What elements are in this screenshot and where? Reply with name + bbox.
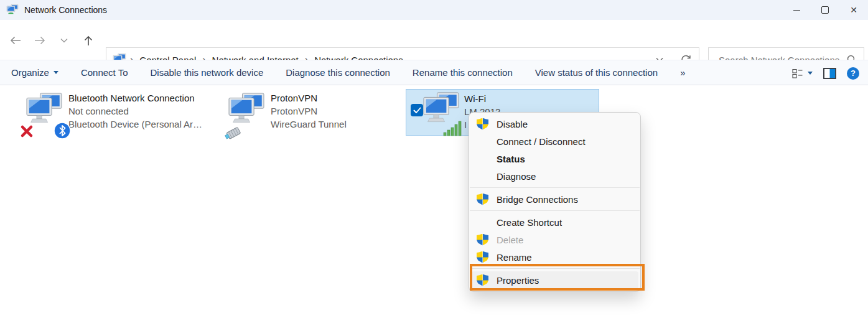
menu-item-label: Status bbox=[497, 154, 525, 164]
menu-item-label: Create Shortcut bbox=[497, 217, 562, 228]
preview-pane-button[interactable] bbox=[823, 68, 836, 79]
minimize-icon bbox=[793, 10, 800, 11]
recent-pages-button[interactable] bbox=[55, 34, 73, 47]
check-icon bbox=[413, 107, 421, 114]
menu-item-create-shortcut[interactable]: Create Shortcut bbox=[469, 213, 640, 231]
menu-separator bbox=[470, 210, 640, 211]
menu-item-rename[interactable]: Rename bbox=[469, 248, 640, 266]
menu-item-status[interactable]: Status bbox=[469, 150, 640, 167]
selected-checkbox[interactable] bbox=[411, 104, 423, 116]
address-row: › Control Panel › Network and Internet ›… bbox=[0, 20, 868, 60]
menu-item-diagnose[interactable]: Diagnose bbox=[469, 167, 640, 185]
disable-device-label: Disable this network device bbox=[150, 67, 263, 78]
ethernet-plug-icon bbox=[223, 124, 245, 141]
diagnose-connection-label: Diagnose this connection bbox=[286, 67, 390, 78]
view-status-label: View status of this connection bbox=[535, 67, 658, 78]
menu-item-label: Bridge Connections bbox=[497, 194, 578, 205]
signal-strength-icon bbox=[443, 120, 463, 136]
close-icon: ✕ bbox=[850, 5, 857, 15]
list-view-icon bbox=[792, 68, 803, 78]
menu-item-delete: Delete bbox=[469, 231, 640, 248]
network-adapter-icon bbox=[25, 93, 63, 136]
chevron-down-icon bbox=[808, 72, 813, 75]
uac-shield-icon bbox=[477, 118, 488, 130]
arrow-up-icon bbox=[83, 35, 94, 47]
forward-button[interactable] bbox=[30, 34, 49, 47]
menu-item-label: Disable bbox=[497, 119, 528, 129]
disable-device-button[interactable]: Disable this network device bbox=[150, 67, 263, 78]
bluetooth-icon bbox=[54, 122, 71, 139]
diagnose-connection-button[interactable]: Diagnose this connection bbox=[286, 67, 390, 78]
connection-status: Not connected bbox=[68, 105, 202, 118]
maximize-button[interactable] bbox=[811, 0, 839, 20]
organize-label: Organize bbox=[11, 67, 49, 78]
connection-name: Bluetooth Network Connection bbox=[68, 91, 202, 105]
connection-name: ProtonVPN bbox=[271, 91, 347, 105]
menu-separator bbox=[470, 268, 640, 269]
connection-name: Wi-Fi bbox=[464, 92, 500, 105]
connection-device: Bluetooth Device (Personal Ar… bbox=[68, 118, 202, 131]
menu-item-label: Connect / Disconnect bbox=[497, 136, 586, 147]
chevron-down-icon bbox=[60, 37, 68, 44]
connection-item-bluetooth[interactable]: Bluetooth Network Connection Not connect… bbox=[6, 89, 215, 136]
menu-item-properties[interactable]: Properties bbox=[471, 271, 638, 289]
change-view-button[interactable] bbox=[792, 68, 813, 78]
menu-item-disable[interactable]: Disable bbox=[469, 115, 640, 133]
rename-connection-button[interactable]: Rename this connection bbox=[413, 67, 513, 78]
title-bar: Network Connections ✕ bbox=[0, 0, 868, 20]
up-button[interactable] bbox=[79, 34, 98, 47]
network-adapter-icon bbox=[422, 92, 460, 135]
maximize-icon bbox=[821, 6, 829, 14]
connection-status: ProtonVPN bbox=[271, 105, 347, 118]
menu-separator bbox=[470, 187, 640, 188]
command-bar: Organize Connect To Disable this network… bbox=[0, 60, 868, 85]
connection-device: WireGuard Tunnel bbox=[271, 118, 347, 131]
menu-item-label: Properties bbox=[497, 275, 539, 286]
menu-item-label: Delete bbox=[497, 235, 523, 245]
arrow-left-icon bbox=[9, 35, 22, 46]
rename-connection-label: Rename this connection bbox=[413, 67, 513, 78]
organize-button[interactable]: Organize bbox=[11, 67, 58, 78]
not-connected-x-icon bbox=[20, 124, 34, 138]
menu-item-label: Diagnose bbox=[497, 171, 536, 182]
toolbar-overflow-button[interactable]: » bbox=[680, 67, 685, 78]
connect-to-button[interactable]: Connect To bbox=[81, 67, 128, 78]
network-connections-icon bbox=[6, 4, 19, 16]
back-button[interactable] bbox=[6, 34, 25, 47]
chevron-down-icon bbox=[54, 71, 58, 74]
menu-item-connect-disconnect[interactable]: Connect / Disconnect bbox=[469, 133, 640, 150]
minimize-button[interactable] bbox=[782, 0, 811, 20]
close-button[interactable]: ✕ bbox=[839, 0, 868, 20]
window-title: Network Connections bbox=[24, 5, 107, 15]
uac-shield-icon bbox=[477, 274, 488, 286]
context-menu: Disable Connect / Disconnect Status Diag… bbox=[469, 112, 641, 292]
network-adapter-icon bbox=[227, 93, 266, 136]
arrow-right-icon bbox=[34, 35, 46, 46]
connection-item-protonvpn[interactable]: ProtonVPN ProtonVPN WireGuard Tunnel bbox=[224, 89, 398, 136]
help-button[interactable]: ? bbox=[847, 67, 859, 80]
uac-shield-icon bbox=[477, 194, 488, 205]
menu-item-label: Rename bbox=[497, 252, 532, 263]
uac-shield-icon bbox=[477, 234, 488, 246]
connect-to-label: Connect To bbox=[81, 67, 128, 78]
preview-pane-icon bbox=[823, 68, 836, 79]
menu-item-bridge-connections[interactable]: Bridge Connections bbox=[469, 190, 640, 208]
view-status-button[interactable]: View status of this connection bbox=[535, 67, 658, 78]
uac-shield-icon bbox=[477, 251, 488, 263]
